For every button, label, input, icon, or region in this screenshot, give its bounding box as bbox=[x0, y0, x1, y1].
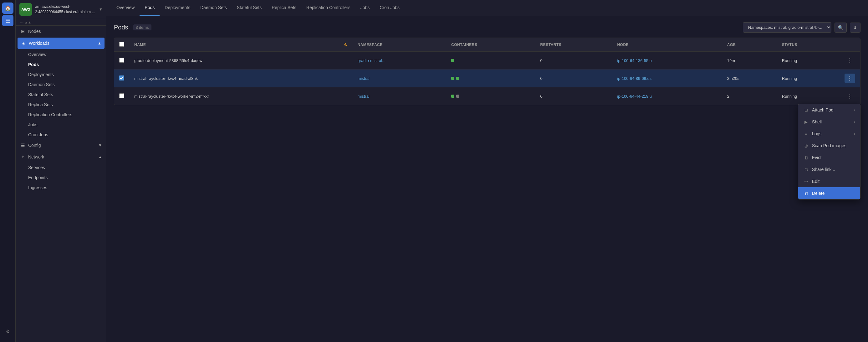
row-1-namespace[interactable]: gradio-mistral... bbox=[357, 58, 385, 63]
row-1-restarts: 0 bbox=[535, 52, 612, 69]
context-menu-logs[interactable]: ≡ Logs › bbox=[798, 128, 860, 140]
row-3-restarts: 0 bbox=[535, 87, 612, 105]
row-3-warning bbox=[338, 87, 353, 105]
row-1-node[interactable]: ip-100-64-136-55.u bbox=[617, 58, 652, 63]
row-3-name: mistral-raycluster-rkvx4-worker-inf2-mfx… bbox=[129, 87, 338, 105]
tab-replica-sets[interactable]: Replica Sets bbox=[267, 0, 301, 16]
cluster-name: arn:aws:eks:us-west-2:489829964455:clust… bbox=[35, 4, 96, 15]
workloads-chevron-icon: ▲ bbox=[98, 41, 101, 46]
settings-icon-btn[interactable]: ⚙ bbox=[2, 326, 13, 337]
sidebar-item-replica-sets[interactable]: Replica Sets bbox=[16, 99, 106, 110]
scan-pod-images-label: Scan Pod images bbox=[812, 143, 846, 148]
col-namespace: Namespace bbox=[352, 38, 446, 52]
row-2-namespace[interactable]: mistral bbox=[357, 76, 369, 81]
row-3-namespace[interactable]: mistral bbox=[357, 94, 369, 98]
row-2-restarts: 0 bbox=[535, 69, 612, 87]
sidebar-item-config[interactable]: ☰ Config ▼ bbox=[16, 140, 106, 151]
sidebar-item-overview[interactable]: Overview bbox=[16, 50, 106, 59]
sidebar-item-stateful-sets[interactable]: Stateful Sets bbox=[16, 90, 106, 99]
tab-cron-jobs[interactable]: Cron Jobs bbox=[375, 0, 405, 16]
table-row: gradio-deployment-5868f5f6c4-dxqcw gradi… bbox=[114, 52, 860, 69]
network-icon: ⌖ bbox=[20, 154, 26, 160]
tab-replication-controllers[interactable]: Replication Controllers bbox=[301, 0, 355, 16]
context-menu-attach-pod[interactable]: ⊡ Attach Pod › bbox=[798, 104, 860, 116]
row-1-more-button[interactable]: ⋮ bbox=[844, 56, 855, 65]
row-2-age: 2m20s bbox=[722, 69, 777, 87]
row-3-status: Running bbox=[777, 87, 839, 105]
shell-chevron-icon: › bbox=[854, 120, 855, 124]
row-2-more-button[interactable]: ⋮ bbox=[844, 74, 855, 83]
sidebar-item-services[interactable]: Services bbox=[16, 163, 106, 173]
container-indicator-green bbox=[451, 77, 454, 80]
col-warning: ⚠ bbox=[338, 38, 353, 52]
table-row: mistral-raycluster-rkvx4-worker-inf2-mfx… bbox=[114, 87, 860, 105]
sidebar-item-deployments[interactable]: Deployments bbox=[16, 69, 106, 80]
col-restarts: Restarts bbox=[535, 38, 612, 52]
context-menu-share-link[interactable]: ⬡ Share link... bbox=[798, 164, 860, 175]
row-1-checkbox[interactable] bbox=[119, 58, 124, 63]
row-3-more-button[interactable]: ⋮ bbox=[844, 91, 855, 101]
tab-deployments[interactable]: Deployments bbox=[160, 0, 195, 16]
header-actions: Namespaces: mistral, gradio-mistral7b-..… bbox=[743, 22, 861, 33]
pods-table: Name ⚠ Namespace Containers Restarts Nod… bbox=[114, 37, 861, 105]
col-name: Name bbox=[129, 38, 338, 52]
download-button[interactable]: ⬇ bbox=[850, 23, 861, 33]
sidebar-item-daemon-sets[interactable]: Daemon Sets bbox=[16, 80, 106, 90]
context-menu-evict[interactable]: 🗑 Evict bbox=[798, 151, 860, 164]
logs-label: Logs bbox=[812, 131, 822, 136]
container-indicator-green-2 bbox=[456, 77, 459, 80]
sidebar-item-ingresses[interactable]: Ingresses bbox=[16, 182, 106, 193]
home-icon-btn[interactable]: 🏠 bbox=[2, 2, 13, 14]
share-link-label: Share link... bbox=[812, 167, 835, 172]
tab-stateful-sets[interactable]: Stateful Sets bbox=[232, 0, 267, 16]
row-3-node[interactable]: ip-100-64-44-219.u bbox=[617, 94, 652, 98]
col-status: Status bbox=[777, 38, 839, 52]
logs-chevron-icon: › bbox=[854, 132, 855, 136]
sidebar-item-replication-controllers[interactable]: Replication Controllers bbox=[16, 110, 106, 120]
context-menu-shell[interactable]: ▶ Shell › bbox=[798, 116, 860, 128]
context-menu-scan-pod-images[interactable]: ◎ Scan Pod images bbox=[798, 140, 860, 151]
sidebar-item-cron-jobs[interactable]: Cron Jobs bbox=[16, 130, 106, 140]
row-1-containers bbox=[446, 52, 535, 69]
row-1-age: 19m bbox=[722, 52, 777, 69]
sidebar-workloads-label: Workloads bbox=[29, 41, 50, 46]
sidebar-sep: --- ▲▲ bbox=[16, 19, 106, 26]
row-2-name: mistral-raycluster-rkvx4-head-xf8hk bbox=[129, 69, 338, 87]
context-menu-edit[interactable]: ✏ Edit bbox=[798, 175, 860, 187]
share-icon: ⬡ bbox=[803, 167, 809, 172]
sidebar-item-workloads[interactable]: ◈ Workloads ▲ bbox=[18, 37, 104, 49]
tab-daemon-sets[interactable]: Daemon Sets bbox=[195, 0, 232, 16]
row-2-checkbox[interactable] bbox=[119, 76, 124, 81]
container-indicator-green bbox=[451, 94, 454, 98]
col-age: Age bbox=[722, 38, 777, 52]
attach-pod-label: Attach Pod bbox=[812, 107, 834, 112]
row-3-containers bbox=[446, 87, 535, 105]
tab-overview[interactable]: Overview bbox=[112, 0, 140, 16]
row-1-status: Running bbox=[777, 52, 839, 69]
sidebar-nodes-label: Nodes bbox=[28, 29, 41, 34]
row-1-warning bbox=[338, 52, 353, 69]
sidebar-item-nodes[interactable]: ⊞ Nodes bbox=[16, 26, 106, 37]
attach-pod-chevron-icon: › bbox=[854, 108, 855, 112]
row-3-checkbox[interactable] bbox=[119, 93, 124, 98]
cluster-header[interactable]: AW2 arn:aws:eks:us-west-2:489829964455:c… bbox=[16, 0, 106, 19]
tab-jobs[interactable]: Jobs bbox=[355, 0, 375, 16]
sidebar-item-jobs[interactable]: Jobs bbox=[16, 120, 106, 130]
container-indicator-gray bbox=[456, 94, 459, 98]
sidebar-item-network[interactable]: ⌖ Network ▲ bbox=[16, 151, 106, 163]
list-icon-btn[interactable]: ☰ bbox=[2, 15, 13, 26]
search-button[interactable]: 🔍 bbox=[835, 23, 847, 33]
tab-pods[interactable]: Pods bbox=[140, 0, 160, 16]
select-all-checkbox[interactable] bbox=[119, 42, 124, 47]
sidebar-item-endpoints[interactable]: Endpoints bbox=[16, 173, 106, 182]
sidebar-item-pods[interactable]: Pods bbox=[16, 59, 106, 69]
context-menu: ⊡ Attach Pod › ▶ Shell › ≡ Logs › ◎ Scan… bbox=[798, 104, 861, 200]
nodes-icon: ⊞ bbox=[20, 29, 26, 34]
row-2-node[interactable]: ip-100-64-89-69.us bbox=[617, 76, 651, 81]
context-menu-delete[interactable]: 🗑 Delete bbox=[798, 187, 860, 199]
sidebar-network-label: Network bbox=[28, 154, 44, 160]
shell-label: Shell bbox=[812, 119, 822, 124]
delete-label: Delete bbox=[812, 191, 825, 196]
namespace-filter[interactable]: Namespaces: mistral, gradio-mistral7b-..… bbox=[743, 22, 831, 33]
content-area: Pods 3 items Namespaces: mistral, gradio… bbox=[106, 16, 868, 342]
